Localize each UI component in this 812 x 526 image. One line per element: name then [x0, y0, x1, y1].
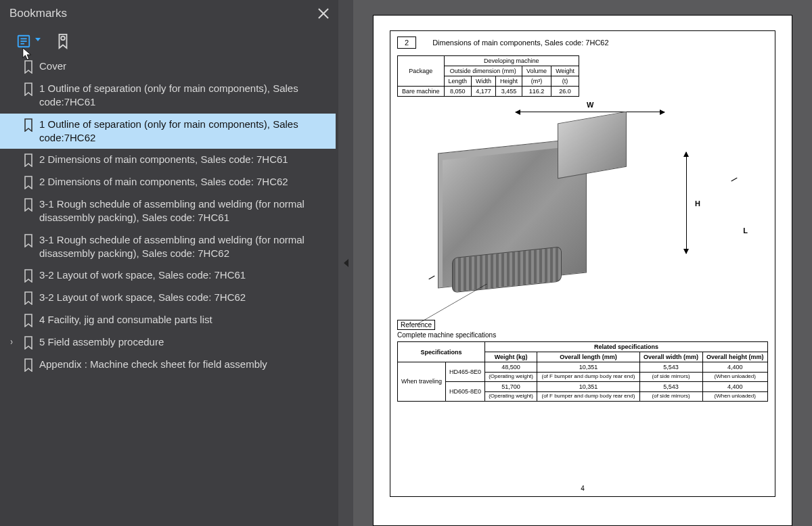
t2-hgt-b: 4,400 [702, 381, 768, 391]
bookmark-label: 3-1 Rough schedule of assembling and wel… [39, 233, 332, 261]
bookmark-icon [23, 336, 34, 350]
bookmark-icon [23, 82, 34, 96]
t1-col-wt-unit: (t) [551, 76, 579, 87]
bookmark-item[interactable]: 3-2 Layout of work space, Sales code: 7H… [0, 287, 336, 309]
t2-rel-header: Related specifications [485, 342, 768, 352]
machine-graphic [438, 137, 587, 288]
t1-col-vol-unit: (m³) [522, 76, 551, 87]
t2-hgt-note: (When unloaded) [702, 373, 768, 382]
t1-wt-header: Weight [551, 66, 579, 76]
dimensions-table: Package Developing machine Outside dimen… [397, 55, 579, 97]
dim-label-l: L [743, 226, 748, 235]
bookmark-icon [23, 291, 34, 305]
bookmark-item[interactable]: 3-1 Rough schedule of assembling and wel… [0, 229, 336, 265]
bookmark-item[interactable]: 1 Outline of separation (only for main c… [0, 114, 336, 149]
t1-row-label: Bare machine [398, 87, 445, 97]
bookmarks-panel: Bookmarks Cover1 Outline of separation (… [0, 0, 338, 526]
t1-height: 3,455 [496, 87, 522, 97]
bookmark-icon [23, 118, 34, 132]
t1-col-length: Length [444, 76, 472, 87]
bookmark-item[interactable]: 2 Dimensions of main components, Sales c… [0, 149, 336, 171]
bookmark-icon [23, 198, 34, 212]
bookmark-options-icon[interactable] [14, 31, 34, 51]
bookmark-label: 3-1 Rough schedule of assembling and wel… [39, 197, 332, 225]
reference-subtitle: Complete machine specifications [397, 331, 768, 339]
document-viewport[interactable]: 2 Dimensions of main components, Sales c… [353, 0, 812, 526]
t2-model-b: HD605-8E0 [446, 381, 485, 401]
t2-hgt-header: Overall height (mm) [702, 352, 768, 362]
bookmark-label: 3-2 Layout of work space, Sales code: 7H… [39, 291, 332, 304]
bookmark-icon [23, 153, 34, 167]
section-number: 2 [397, 37, 416, 49]
bookmark-label: Appendix : Machine check sheet for field… [39, 358, 332, 371]
bookmark-icon [23, 314, 34, 327]
t1-dim-header: Outside dimension (mm) [444, 66, 522, 76]
dim-tick [428, 276, 434, 280]
bookmark-item[interactable]: 1 Outline of separation (only for main c… [0, 78, 336, 114]
t1-col-height: Height [496, 76, 522, 87]
t2-wt-note: (Operating weight) [485, 373, 537, 382]
bookmarks-toolbar [0, 27, 338, 55]
chevron-right-icon[interactable]: › [10, 335, 17, 343]
dim-label-h: H [695, 199, 700, 208]
t1-weight: 26.0 [551, 87, 579, 97]
panel-gutter [338, 0, 353, 526]
collapse-panel-icon[interactable] [344, 259, 348, 267]
bookmark-label: 2 Dimensions of main components, Sales c… [39, 175, 332, 189]
page-number: 4 [581, 485, 585, 492]
bookmark-item[interactable]: 3-1 Rough schedule of assembling and wel… [0, 193, 336, 229]
t2-wid-b: 5,543 [639, 381, 702, 391]
t1-vol-header: Volume [522, 66, 551, 76]
t2-wid-note: (of side mirrors) [639, 391, 702, 401]
bookmarks-header: Bookmarks [0, 0, 338, 27]
t2-model-a: HD465-8E0 [446, 362, 485, 382]
bookmark-label: 4 Facility, jig and consumable parts lis… [39, 313, 332, 327]
t2-len-a: 10,351 [537, 362, 639, 373]
bookmark-label: 1 Outline of separation (only for main c… [39, 82, 332, 110]
bookmark-icon [23, 234, 34, 247]
dim-line-w [516, 112, 664, 112]
bookmark-ribbon-icon[interactable] [53, 31, 73, 51]
bookmark-label: 5 Field assembly procedure [39, 335, 332, 349]
bookmark-label: 2 Dimensions of main components, Sales c… [39, 153, 332, 166]
bookmark-label: 3-2 Layout of work space, Sales code: 7H… [39, 268, 332, 282]
bookmark-item[interactable]: Appendix : Machine check sheet for field… [0, 354, 336, 376]
t1-super-header: Developing machine [444, 56, 579, 66]
pdf-page: 2 Dimensions of main components, Sales c… [373, 15, 792, 526]
close-icon[interactable] [318, 8, 329, 19]
bookmark-icon [23, 60, 34, 74]
t2-when-traveling: When traveling [398, 362, 446, 402]
bookmark-label: Cover [39, 59, 332, 73]
specifications-table: Specifications Related specifications We… [397, 341, 768, 402]
bookmark-item[interactable]: 2 Dimensions of main components, Sales c… [0, 171, 336, 193]
t2-hgt-note: (When unloaded) [702, 391, 768, 401]
bookmark-item[interactable]: Cover [0, 55, 336, 78]
t1-width: 4,177 [472, 87, 496, 97]
t2-len-note: (of F bumper and dump body rear end) [537, 391, 639, 401]
t1-length: 8,050 [444, 87, 472, 97]
t2-hgt-a: 4,400 [702, 362, 768, 373]
t2-wt-header: Weight (kg) [485, 352, 537, 362]
t2-len-b: 10,351 [537, 381, 639, 391]
bookmark-list[interactable]: Cover1 Outline of separation (only for m… [0, 55, 338, 376]
bookmark-icon [23, 358, 34, 372]
t2-wid-header: Overall width (mm) [639, 352, 702, 362]
section-title: Dimensions of main components, Sales cod… [432, 39, 608, 47]
bookmark-item[interactable]: 4 Facility, jig and consumable parts lis… [0, 309, 336, 331]
t2-wt-note: (Operating weight) [485, 391, 537, 401]
t1-volume: 116.2 [522, 87, 551, 97]
bookmark-icon [23, 269, 34, 283]
dim-label-w: W [587, 101, 593, 109]
svg-point-4 [61, 37, 65, 41]
dim-line-h [686, 152, 687, 254]
t1-col-width: Width [472, 76, 496, 87]
t2-spec-header: Specifications [398, 342, 485, 362]
t2-wid-a: 5,543 [639, 362, 702, 373]
dim-tick [731, 178, 737, 182]
bookmark-item[interactable]: 3-2 Layout of work space, Sales code: 7H… [0, 264, 336, 287]
t1-package-header: Package [398, 56, 445, 87]
t2-wt-a: 48,500 [485, 362, 537, 373]
bookmark-item[interactable]: ›5 Field assembly procedure [0, 331, 336, 354]
chevron-down-icon [35, 38, 41, 41]
bookmarks-title: Bookmarks [9, 7, 318, 20]
